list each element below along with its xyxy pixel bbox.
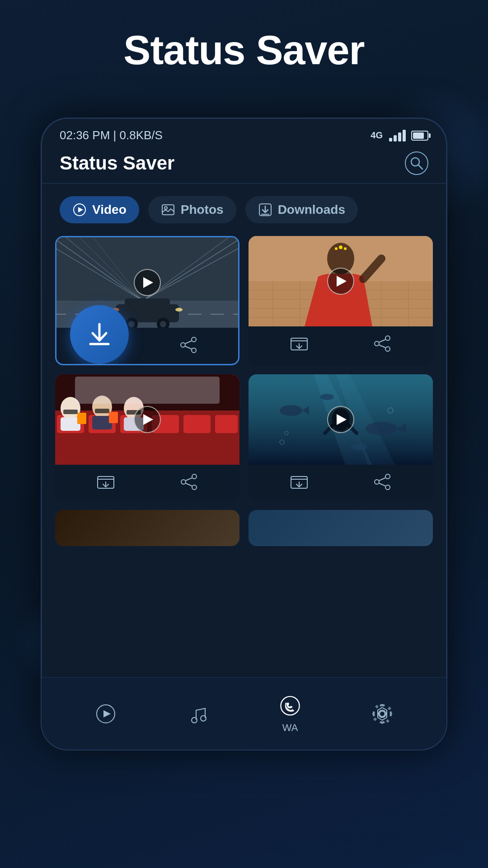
tab-photos-label: Photos [181,203,224,217]
save-to-folder-btn-4[interactable] [289,472,309,494]
tab-photos[interactable]: Photos [148,196,236,223]
play-button-4[interactable] [327,406,354,433]
svg-point-97 [351,443,367,450]
status-bar-time-speed: 02:36 PM | 0.8KB/S [60,128,163,142]
tab-video-label: Video [92,203,127,217]
share-btn-2[interactable] [372,334,392,355]
svg-point-33 [192,337,196,342]
svg-point-34 [192,348,196,353]
video-card-6[interactable] [249,510,433,546]
svg-line-1 [418,165,422,169]
svg-point-92 [280,405,302,416]
search-icon [409,156,424,171]
share-icon-4 [372,472,392,492]
play-circle-nav-icon [94,702,117,726]
signal-icon [389,130,406,142]
video-card-3[interactable] [55,374,239,501]
svg-point-114 [201,716,206,721]
app-header: Status Saver [42,147,446,183]
settings-nav-icon [371,702,394,726]
svg-line-59 [379,340,385,342]
video-tab-icon [72,203,87,217]
svg-point-96 [320,394,334,400]
share-btn-3[interactable] [179,472,199,494]
svg-line-86 [186,478,192,481]
svg-line-87 [186,483,192,486]
play-button-2[interactable] [327,268,354,295]
svg-marker-112 [103,710,111,717]
status-time: 02:36 PM [60,128,110,142]
page-title: Status Saver [0,27,488,74]
status-speed: 0.8KB/S [120,128,163,142]
whatsapp-nav-icon [277,693,303,720]
save-to-folder-btn-2[interactable] [289,334,309,355]
svg-point-57 [385,336,390,340]
svg-point-83 [181,480,186,484]
svg-rect-76 [95,409,109,413]
video-thumb-3 [55,374,239,465]
svg-line-109 [379,478,385,481]
downloads-tab-icon [258,203,272,217]
svg-line-36 [185,346,192,349]
svg-point-28 [175,308,183,311]
tab-video[interactable]: Video [60,196,139,223]
svg-line-35 [185,341,192,344]
app-header-title: Status Saver [60,152,174,174]
video-thumb-6-partial [249,510,433,546]
tab-downloads[interactable]: Downloads [245,196,358,223]
svg-point-85 [192,485,197,490]
phone-frame: 02:36 PM | 0.8KB/S 4G Status Saver [41,118,447,750]
battery-icon [411,131,428,141]
network-label: 4G [371,130,383,141]
share-btn-1[interactable] [178,335,198,357]
video-card-2[interactable] [249,236,433,365]
svg-point-113 [192,717,197,723]
svg-point-84 [192,474,197,479]
svg-point-51 [339,245,343,249]
search-button[interactable] [405,151,428,175]
nav-settings-icon [370,701,395,726]
share-icon-1 [178,335,198,355]
svg-rect-68 [215,415,238,433]
share-icon-3 [179,472,199,492]
svg-point-107 [385,474,390,479]
play-button-1[interactable] [134,269,161,296]
status-bar: 02:36 PM | 0.8KB/S 4G [42,118,446,147]
svg-point-108 [385,485,390,490]
nav-item-music[interactable] [185,701,211,726]
play-button-3[interactable] [134,406,161,433]
music-note-nav-icon [186,702,210,726]
video-card-4[interactable] [249,374,433,501]
svg-marker-3 [78,207,83,212]
nav-item-whatsapp[interactable]: WA [277,694,303,734]
video-thumb-5-partial [55,510,239,546]
nav-play-icon [93,701,118,726]
svg-point-5 [164,207,167,209]
svg-rect-67 [183,415,211,433]
nav-music-icon [185,701,211,726]
video-card-5[interactable] [55,510,239,546]
nav-item-settings[interactable] [370,701,395,726]
svg-point-26 [128,321,135,327]
nav-whatsapp-icon [277,694,303,719]
video-grid [42,236,446,546]
svg-rect-23 [125,298,170,310]
nav-item-video[interactable] [93,701,118,726]
svg-point-27 [160,321,166,327]
status-separator: | [113,128,120,142]
svg-line-110 [379,483,385,486]
video-thumb-4 [249,374,433,465]
video-card-1[interactable] [55,236,239,365]
save-folder-icon-4 [289,472,309,492]
download-fab[interactable] [70,305,129,364]
photos-tab-icon [161,203,175,217]
svg-point-56 [375,341,379,346]
svg-point-106 [375,480,379,484]
save-to-folder-btn-3[interactable] [96,472,116,494]
svg-point-94 [366,422,397,435]
svg-point-58 [385,347,390,351]
share-btn-4[interactable] [372,472,392,494]
bottom-navigation: WA [42,677,446,750]
svg-rect-78 [77,413,86,424]
video-card-4-actions [249,465,433,501]
